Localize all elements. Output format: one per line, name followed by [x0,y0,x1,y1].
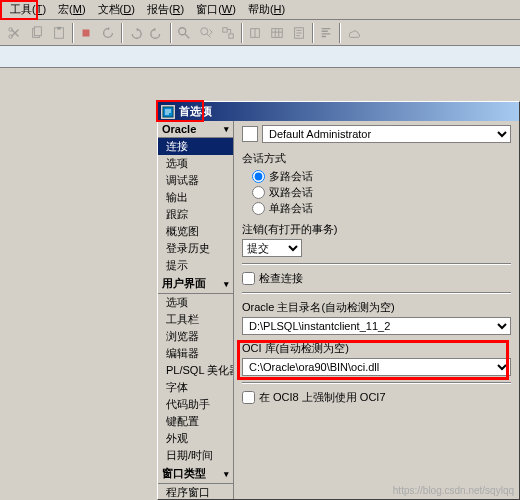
toolbar-secondary [0,46,520,68]
menu-report[interactable]: 报告(R) [141,0,190,19]
divider [242,292,511,294]
sidebar-item[interactable]: 键配置 [158,413,233,430]
oci-lib-select[interactable]: C:\Oracle\ora90\BIN\oci.dll [242,358,511,376]
sidebar-group-header[interactable]: 窗口类型▾ [158,464,233,484]
menu-tools[interactable]: 工具(T) [4,0,52,19]
sidebar-item[interactable]: 外观 [158,430,233,447]
tb-table-icon[interactable] [266,22,288,44]
tb-scissors-icon[interactable] [4,22,26,44]
session-radio-label: 多路会话 [269,169,313,184]
sidebar-item[interactable]: 程序窗口 [158,484,233,499]
sidebar-item[interactable]: PL/SQL 美化器 [158,362,233,379]
content-panel: Default Administrator 会话方式 多路会话双路会话单路会话 … [234,121,519,499]
session-radio[interactable] [252,186,265,199]
divider [242,382,511,384]
session-radio-label: 单路会话 [269,201,313,216]
menu-window[interactable]: 窗口(W) [190,0,242,19]
svg-rect-3 [34,26,41,35]
check-connection-label: 检查连接 [259,271,303,286]
sidebar-item[interactable]: 选项 [158,294,233,311]
sidebar-item[interactable]: 浏览器 [158,328,233,345]
sidebar-item[interactable]: 概览图 [158,223,233,240]
svg-rect-10 [229,33,233,37]
tb-redo-icon[interactable] [146,22,168,44]
profile-select[interactable]: Default Administrator [262,125,511,143]
tb-doc-icon[interactable] [288,22,310,44]
menubar: 工具(T) 宏(M) 文档(D) 报告(R) 窗口(W) 帮助(H) [0,0,520,20]
oracle-home-label: Oracle 主目录名(自动检测为空) [242,300,511,315]
watermark: https://blog.csdn.net/sqylqq [393,485,514,496]
session-radio-label: 双路会话 [269,185,313,200]
sidebar-group-header[interactable]: 用户界面▾ [158,274,233,294]
tb-find-next-icon[interactable] [195,22,217,44]
preferences-dialog: 首选项 Oracle▾连接选项调试器输出跟踪概览图登录历史提示用户界面▾选项工具… [157,101,520,500]
oracle-home-select[interactable]: D:\PLSQL\instantclient_11_2 [242,317,511,335]
check-connection-checkbox[interactable] [242,272,255,285]
toolbar [0,20,520,46]
session-radio[interactable] [252,202,265,215]
dialog-title: 首选项 [179,104,212,119]
logout-label: 注销(有打开的事务) [242,222,511,237]
sidebar-group-header[interactable]: Oracle▾ [158,121,233,138]
sidebar-item[interactable]: 选项 [158,155,233,172]
session-radio[interactable] [252,170,265,183]
title-bar[interactable]: 首选项 [158,102,519,121]
tb-beautify-icon[interactable] [315,22,337,44]
logout-select[interactable]: 提交 [242,239,302,257]
sidebar-item[interactable]: 连接 [158,138,233,155]
tb-search-icon[interactable] [173,22,195,44]
sidebar-item[interactable]: 提示 [158,257,233,274]
profile-icon [242,126,258,142]
divider [242,263,511,265]
session-mode-label: 会话方式 [242,151,511,166]
svg-point-7 [179,27,186,34]
menu-macro[interactable]: 宏(M) [52,0,92,19]
menu-docs[interactable]: 文档(D) [92,0,141,19]
sidebar: Oracle▾连接选项调试器输出跟踪概览图登录历史提示用户界面▾选项工具栏浏览器… [158,121,234,499]
svg-rect-9 [223,27,227,31]
tb-replace-icon[interactable] [217,22,239,44]
svg-rect-11 [272,28,283,37]
force-oci7-label: 在 OCI8 上强制使用 OCI7 [259,390,386,405]
sidebar-item[interactable]: 调试器 [158,172,233,189]
sidebar-item[interactable]: 输出 [158,189,233,206]
sidebar-item[interactable]: 工具栏 [158,311,233,328]
tb-book-icon[interactable] [244,22,266,44]
force-oci7-checkbox[interactable] [242,391,255,404]
tb-refresh-icon[interactable] [97,22,119,44]
sidebar-item[interactable]: 编辑器 [158,345,233,362]
oci-lib-label: OCI 库(自动检测为空) [242,341,511,356]
tb-paste-icon[interactable] [48,22,70,44]
tb-cloud-icon[interactable] [342,22,364,44]
sidebar-item[interactable]: 登录历史 [158,240,233,257]
sidebar-item[interactable]: 字体 [158,379,233,396]
menu-help[interactable]: 帮助(H) [242,0,291,19]
sidebar-item[interactable]: 代码助手 [158,396,233,413]
svg-rect-5 [57,26,61,29]
tb-stop-icon[interactable] [75,22,97,44]
dialog-icon [161,105,175,119]
tb-undo-icon[interactable] [124,22,146,44]
svg-point-8 [201,27,208,34]
svg-rect-6 [83,29,90,36]
tb-copy-icon[interactable] [26,22,48,44]
sidebar-item[interactable]: 跟踪 [158,206,233,223]
sidebar-item[interactable]: 日期/时间 [158,447,233,464]
